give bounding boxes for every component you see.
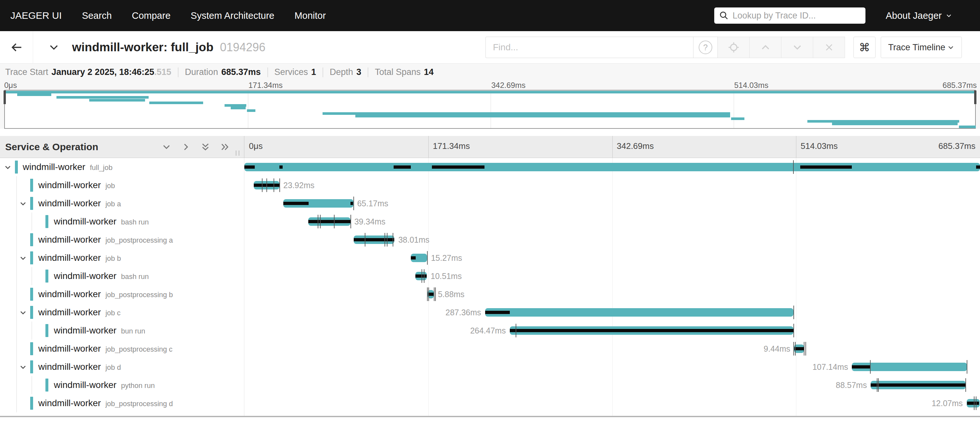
span-duration-bar[interactable]	[254, 181, 279, 189]
minimap-left-handle[interactable]	[3, 91, 6, 104]
span-name-cell[interactable]: windmill-workerjob_postprocessing b	[0, 285, 244, 303]
span-name-label[interactable]: windmill-workerjob_postprocessing c	[38, 340, 173, 359]
prev-result-button[interactable]	[749, 37, 781, 58]
nav-item-system-architecture[interactable]: System Architecture	[191, 10, 275, 21]
span-collapse-chevron[interactable]	[19, 254, 27, 263]
summary-label: Duration	[185, 67, 218, 77]
column-resizer[interactable]	[235, 151, 239, 156]
span-name-label[interactable]: windmill-workerbash run	[54, 213, 149, 232]
span-duration-bar[interactable]	[415, 272, 427, 280]
minimap-span-bar	[731, 118, 745, 120]
app-logo[interactable]: JAEGER UI	[10, 10, 62, 21]
minimap-gridline	[491, 91, 491, 128]
span-name-cell[interactable]: windmill-workerjob_postprocessing c	[0, 340, 244, 358]
find-help-button[interactable]: ?	[693, 37, 718, 58]
span-duration-bar[interactable]	[428, 290, 434, 299]
tree-guide-line	[16, 176, 17, 194]
span-name-cell[interactable]: windmill-workerjob_postprocessing a	[0, 231, 244, 249]
span-name-label[interactable]: windmill-workerjob d	[38, 358, 121, 377]
nav-item-search[interactable]: Search	[82, 10, 111, 21]
span-duration-bar[interactable]	[411, 254, 427, 262]
service-name: windmill-worker	[38, 180, 101, 190]
span-name-label[interactable]: windmill-workerjob_postprocessing d	[38, 394, 173, 413]
span-name-label[interactable]: windmill-workerfull_job	[23, 158, 113, 177]
span-name-cell[interactable]: windmill-workerbash run	[0, 267, 244, 285]
tree-guide-line	[32, 267, 32, 285]
span-name-cell[interactable]: windmill-workerjob_postprocessing d	[0, 394, 244, 412]
span-name-label[interactable]: windmill-workerjob_postprocessing a	[38, 231, 173, 250]
timeline-header-row: Service & Operation 0μs171.34ms342.69ms5…	[0, 136, 980, 158]
span-duration-label: 23.92ms	[283, 176, 315, 194]
span-name-label[interactable]: windmill-workerpython run	[54, 376, 155, 396]
span-row: windmill-workerfull_job	[0, 158, 980, 176]
collapse-trace-header-button[interactable]	[48, 41, 60, 53]
span-collapse-chevron[interactable]	[4, 164, 12, 173]
span-name-label[interactable]: windmill-workerjob c	[38, 303, 120, 323]
span-bar-cell: 107.14ms	[244, 358, 980, 376]
span-name-cell[interactable]: windmill-workerjob b	[0, 249, 244, 267]
collapse-one-icon[interactable]	[162, 142, 171, 152]
nav-item-monitor[interactable]: Monitor	[294, 10, 326, 21]
span-duration-bar[interactable]	[794, 345, 804, 353]
expand-one-icon[interactable]	[181, 142, 191, 152]
operation-name: job a	[105, 200, 121, 208]
next-result-button[interactable]	[781, 37, 813, 58]
span-duration-bar[interactable]	[244, 163, 980, 171]
span-duration-bar[interactable]	[967, 399, 980, 407]
about-jaeger-menu[interactable]: About Jaeger	[886, 10, 952, 21]
span-duration-bar[interactable]	[485, 308, 794, 316]
span-collapse-chevron[interactable]	[19, 200, 27, 209]
span-log-marker	[353, 197, 354, 210]
span-name-label[interactable]: windmill-workerjob a	[38, 194, 121, 214]
tree-guide-line	[16, 285, 17, 303]
back-button[interactable]	[0, 31, 33, 64]
expand-all-icon[interactable]	[220, 142, 230, 152]
span-duration-bar[interactable]	[852, 363, 967, 371]
span-name-cell[interactable]: windmill-workerjob c	[0, 303, 244, 321]
span-name-cell[interactable]: windmill-workerfull_job	[0, 158, 244, 176]
span-duration-bar[interactable]	[308, 217, 350, 226]
span-duration-bar[interactable]	[354, 235, 395, 244]
span-log-marker	[279, 178, 280, 192]
span-name-cell[interactable]: windmill-workerpython run	[0, 376, 244, 394]
span-name-cell[interactable]: windmill-workerjob d	[0, 358, 244, 376]
span-bar-cell: 10.51ms	[244, 267, 980, 285]
span-name-label[interactable]: windmill-workerbun run	[54, 321, 145, 341]
minimap-right-handle[interactable]	[974, 91, 977, 104]
timeline-tick-label: 0μs	[249, 141, 262, 151]
span-name-label[interactable]: windmill-workerbash run	[54, 267, 149, 286]
nav-item-compare[interactable]: Compare	[132, 10, 170, 21]
trace-view-selector[interactable]: Trace Timeline	[881, 37, 962, 58]
span-name-cell[interactable]: windmill-workerjob	[0, 176, 244, 194]
span-name-cell[interactable]: windmill-workerbun run	[0, 321, 244, 340]
minimap-canvas[interactable]	[4, 90, 976, 129]
span-duration-bar[interactable]	[871, 381, 966, 389]
clear-search-button[interactable]	[813, 37, 845, 58]
span-collapse-chevron[interactable]	[19, 309, 27, 318]
span-name-cell[interactable]: windmill-workerbash run	[0, 213, 244, 231]
span-name-label[interactable]: windmill-workerjob_postprocessing b	[38, 285, 173, 305]
summary-value: 14	[424, 67, 434, 77]
span-duration-bar[interactable]	[510, 326, 794, 335]
span-name-cell[interactable]: windmill-workerjob a	[0, 194, 244, 213]
collapse-all-icon[interactable]	[200, 142, 210, 152]
span-duration-label: 88.57ms	[836, 376, 867, 394]
span-name-label[interactable]: windmill-workerjob	[38, 176, 115, 196]
focus-span-button[interactable]	[718, 37, 749, 58]
chevron-down-icon	[19, 363, 27, 371]
trace-title: windmill-worker: full_job	[72, 41, 213, 54]
minimap-span-bar	[149, 102, 203, 104]
span-collapse-chevron[interactable]	[19, 363, 27, 372]
timeline-tick-label: 514.03ms	[800, 141, 838, 151]
timeline-tick-label: 171.34ms	[433, 141, 470, 151]
span-duration-bar[interactable]	[283, 199, 353, 208]
service-name: windmill-worker	[54, 271, 116, 281]
trace-summary-bar: Trace StartJanuary 2 2025, 18:46:25.515D…	[0, 64, 980, 81]
span-duration-label: 15.27ms	[431, 249, 462, 267]
trace-lookup-box[interactable]: Lookup by Trace ID...	[714, 8, 865, 24]
span-name-label[interactable]: windmill-workerjob b	[38, 249, 121, 268]
keyboard-shortcuts-button[interactable]: ⌘	[853, 37, 875, 58]
chevron-down-icon	[48, 41, 60, 53]
find-input[interactable]: Find...	[485, 37, 693, 58]
minimap-span-bar	[832, 122, 958, 125]
